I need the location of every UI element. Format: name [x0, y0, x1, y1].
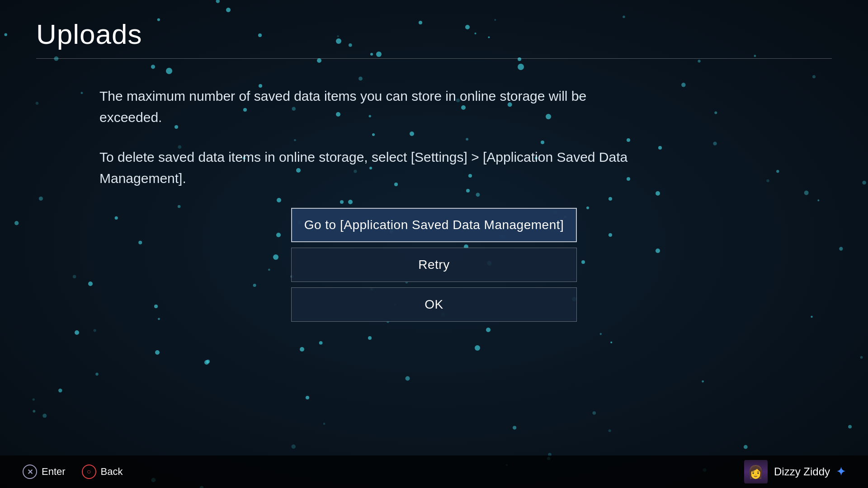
message-storage-exceeded: The maximum number of saved data items y…: [99, 86, 778, 128]
enter-label: Enter: [42, 466, 66, 478]
x-button-icon: ✕: [23, 465, 37, 479]
avatar-image: 👩: [744, 460, 768, 483]
back-label: Back: [101, 466, 123, 478]
user-area: 👩 Dizzy Ziddy ✦: [744, 460, 845, 483]
enter-control: ✕ Enter: [23, 465, 66, 479]
back-control: ○ Back: [82, 465, 123, 479]
page-title: Uploads: [36, 18, 832, 50]
o-button-icon: ○: [82, 465, 96, 479]
ok-button[interactable]: OK: [291, 287, 577, 322]
username: Dizzy Ziddy: [774, 465, 830, 478]
retry-button[interactable]: Retry: [291, 248, 577, 282]
bottom-bar: ✕ Enter ○ Back 👩 Dizzy Ziddy ✦: [0, 455, 868, 488]
avatar: 👩: [744, 460, 768, 483]
controller-hints: ✕ Enter ○ Back: [23, 465, 123, 479]
ps-plus-icon: ✦: [836, 465, 845, 478]
message-delete-instructions: To delete saved data items in online sto…: [99, 147, 778, 189]
action-buttons: Go to [Application Saved Data Management…: [0, 208, 868, 322]
go-to-management-button[interactable]: Go to [Application Saved Data Management…: [291, 208, 577, 242]
